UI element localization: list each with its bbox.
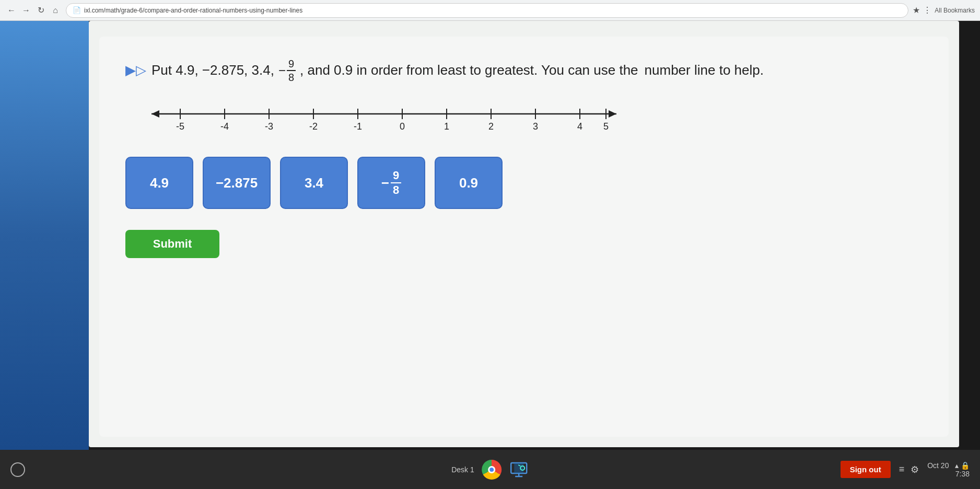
svg-text:3: 3: [533, 121, 538, 132]
back-button[interactable]: ←: [5, 4, 18, 17]
svg-text:0: 0: [400, 121, 405, 132]
question-text: ▶▷ Put 4.9, −2.875, 3.4, − 9 8 , and 0.9…: [125, 57, 923, 84]
svg-text:-4: -4: [220, 121, 229, 132]
tile-fraction-sign: − 9 8: [381, 169, 401, 197]
page-icon: 📄: [73, 6, 81, 14]
fraction-sign: −: [278, 61, 286, 80]
home-button[interactable]: ⌂: [49, 4, 62, 17]
browser-chrome: ← → ↻ ⌂ 📄 ixl.com/math/grade-6/compare-a…: [0, 0, 980, 21]
svg-text:-3: -3: [265, 121, 273, 132]
taskbar-right: Sign out ≡ ⚙ Oct 20 ▴ 🔒 7:38: [841, 461, 970, 478]
reload-button[interactable]: ↻: [34, 4, 47, 17]
sign-out-button[interactable]: Sign out: [841, 461, 891, 478]
date-text: Oct 20: [927, 461, 949, 470]
fraction-denominator: 8: [287, 71, 296, 84]
tile-minus-2-875[interactable]: −2.875: [203, 157, 271, 209]
svg-marker-1: [151, 110, 159, 118]
tile-neg-sign: −: [381, 175, 389, 191]
question-area: ▶▷ Put 4.9, −2.875, 3.4, − 9 8 , and 0.9…: [125, 57, 923, 258]
tile-value-4-9: 4.9: [150, 175, 169, 191]
tile-frac-vertical: 9 8: [391, 169, 401, 197]
svg-text:2: 2: [488, 121, 494, 132]
svg-text:1: 1: [444, 121, 449, 132]
forward-button[interactable]: →: [20, 4, 32, 17]
tile-denominator: 8: [391, 183, 401, 197]
svg-text:-5: -5: [176, 121, 184, 132]
tile-0-9[interactable]: 0.9: [435, 157, 503, 209]
chrome-inner-circle: [488, 466, 495, 473]
question-line2: number line to help.: [645, 60, 764, 82]
star-button[interactable]: ★: [913, 5, 920, 15]
tile-value-3-4: 3.4: [305, 175, 323, 191]
tiles-row: 4.9 −2.875 3.4 − 9: [125, 157, 923, 209]
fraction-display: − 9 8: [278, 57, 296, 84]
main-content: ▶▷ Put 4.9, −2.875, 3.4, − 9 8 , and 0.9…: [89, 21, 959, 447]
taskbar-icons: ≡ ⚙: [899, 464, 919, 475]
lock-icon: 🔒: [961, 461, 970, 470]
monitor-svg: [510, 461, 528, 479]
tile-3-4[interactable]: 3.4: [280, 157, 348, 209]
right-sidebar: [959, 21, 980, 450]
time-display: 7:38: [927, 470, 970, 478]
tile-4-9[interactable]: 4.9: [125, 157, 193, 209]
menu-button[interactable]: ⋮: [923, 5, 931, 15]
browser-actions: ★ ⋮ All Bookmarks: [913, 5, 975, 15]
date-time: Oct 20 ▴ 🔒 7:38: [927, 461, 970, 478]
speaker-icon[interactable]: ▶▷: [125, 60, 146, 82]
left-sidebar: [0, 21, 89, 450]
address-bar[interactable]: 📄 ixl.com/math/grade-6/compare-and-order…: [66, 3, 908, 18]
svg-text:4: 4: [577, 121, 582, 132]
tile-minus-9-8[interactable]: − 9 8: [357, 157, 425, 209]
nav-buttons: ← → ↻ ⌂: [5, 4, 62, 17]
ixl-panel: ▶▷ Put 4.9, −2.875, 3.4, − 9 8 , and 0.9…: [99, 37, 949, 437]
question-part1: Put 4.9, −2.875, 3.4,: [151, 60, 274, 82]
submit-button[interactable]: Submit: [125, 230, 219, 258]
svg-text:-1: -1: [354, 121, 362, 132]
number-line-svg: -5 -4 -3 -2 -1 0: [136, 99, 632, 136]
svg-text:5: 5: [603, 121, 609, 132]
tile-fraction-display: − 9 8: [381, 169, 401, 197]
monitor-icon[interactable]: [509, 460, 529, 480]
tile-value-minus-2-875: −2.875: [216, 175, 258, 191]
svg-rect-26: [514, 463, 523, 473]
date-display: Oct 20 ▴ 🔒: [927, 461, 970, 470]
minus-sign: − 9 8: [278, 57, 296, 84]
taskbar-circle-button[interactable]: [10, 462, 25, 477]
tile-numerator: 9: [391, 169, 401, 183]
question-part2: , and 0.9 in order from least to greates…: [300, 60, 638, 82]
menu-lines-icon: ≡: [899, 464, 905, 475]
svg-text:-2: -2: [309, 121, 318, 132]
fraction-vertical: 9 8: [287, 57, 296, 84]
fraction-numerator: 9: [287, 57, 296, 71]
settings-icon: ⚙: [911, 464, 919, 475]
taskbar-center: Desk 1: [451, 460, 529, 480]
taskbar: Desk 1 Sign out ≡ ⚙ Oct 20: [0, 450, 980, 489]
chrome-icon[interactable]: [482, 460, 501, 480]
time-text: 7:38: [955, 470, 970, 478]
bookmarks-label: All Bookmarks: [935, 7, 975, 14]
wifi-icon: ▴: [955, 461, 959, 470]
desk-label: Desk 1: [451, 465, 474, 474]
url-text: ixl.com/math/grade-6/compare-and-order-r…: [84, 7, 302, 14]
number-line-container: -5 -4 -3 -2 -1 0: [125, 99, 923, 136]
svg-marker-2: [609, 110, 616, 118]
tile-value-0-9: 0.9: [459, 175, 478, 191]
